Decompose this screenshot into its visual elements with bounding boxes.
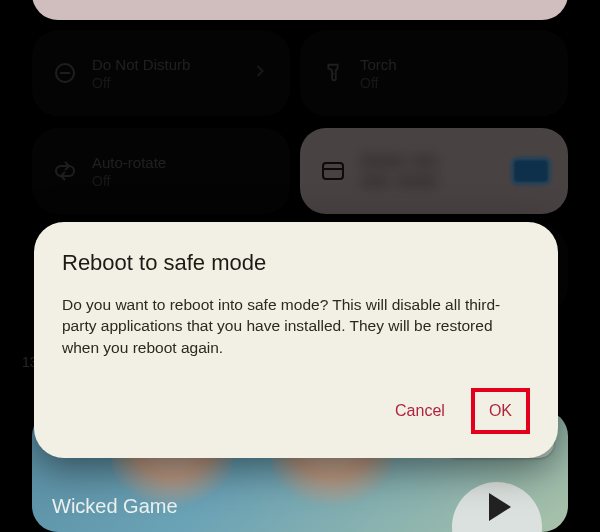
- qs-tile-title: Do Not Disturb: [92, 56, 190, 73]
- ok-button[interactable]: OK: [487, 396, 514, 426]
- qs-tile-autorotate[interactable]: Auto-rotate Off: [32, 128, 290, 214]
- qs-tile-sub: Off: [360, 75, 397, 91]
- rotate-icon: [52, 158, 78, 184]
- qs-tile-title: Torch: [360, 56, 397, 73]
- qs-tile-title: Auto-rotate: [92, 154, 166, 171]
- media-track-title: Wicked Game: [52, 495, 178, 518]
- qs-tile-dnd[interactable]: Do Not Disturb Off: [32, 30, 290, 116]
- wallet-blurred-content: [360, 154, 438, 188]
- play-button[interactable]: [452, 482, 542, 532]
- quick-settings-background: Do Not Disturb Off Torch Off Auto-rotate…: [0, 0, 600, 532]
- qs-tile-sub: Off: [92, 173, 166, 189]
- torch-icon: [320, 60, 346, 86]
- qs-tile-sub: Off: [92, 75, 190, 91]
- dnd-icon: [52, 60, 78, 86]
- qs-tile-torch[interactable]: Torch Off: [300, 30, 568, 116]
- qs-tile-partial-top: [32, 0, 568, 20]
- dialog-actions: Cancel OK: [62, 388, 530, 434]
- cancel-button[interactable]: Cancel: [387, 392, 453, 430]
- chevron-right-icon: [250, 61, 270, 85]
- qs-tile-wallet[interactable]: [300, 128, 568, 214]
- wallet-icon: [320, 158, 346, 184]
- wallet-card-thumb: [514, 160, 548, 182]
- safe-mode-dialog: Reboot to safe mode Do you want to reboo…: [34, 222, 558, 458]
- dialog-title: Reboot to safe mode: [62, 250, 530, 276]
- ok-highlight-box: OK: [471, 388, 530, 434]
- dialog-body: Do you want to reboot into safe mode? Th…: [62, 294, 530, 358]
